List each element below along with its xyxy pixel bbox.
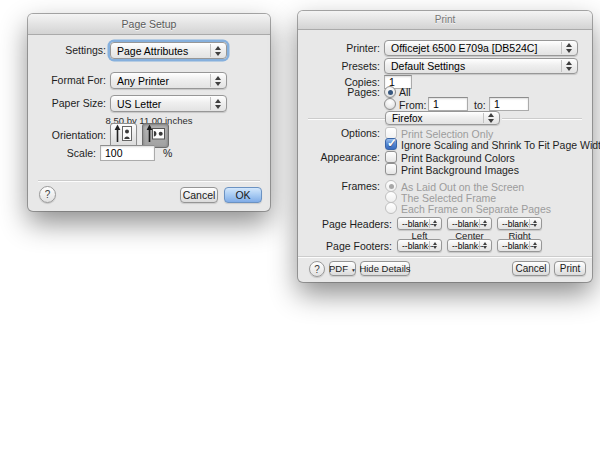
ignore-scaling-label: Ignore Scaling and Shrink To Fit Page Wi… xyxy=(401,139,600,151)
printer-popup-value: Officejet 6500 E709a [DB524C] xyxy=(391,42,537,54)
hide-details-button[interactable]: Hide Details xyxy=(360,261,410,276)
popup-stepper-icon xyxy=(210,44,225,57)
frames-label: Frames: xyxy=(298,180,380,192)
scale-input-value: 100 xyxy=(105,147,123,159)
divider xyxy=(298,256,592,257)
print-background-colors-label: Print Background Colors xyxy=(401,152,515,164)
page-setup-title: Page Setup xyxy=(122,18,177,30)
presets-label: Presets: xyxy=(298,58,380,74)
divider xyxy=(502,118,582,119)
popup-stepper-icon xyxy=(561,60,576,72)
popup-stepper-icon xyxy=(210,97,225,110)
printer-popup[interactable]: Officejet 6500 E709a [DB524C] xyxy=(384,40,578,56)
cancel-button[interactable]: Cancel xyxy=(512,261,550,276)
scale-label: Scale: xyxy=(28,145,96,161)
page-headers-label: Page Headers: xyxy=(298,218,392,231)
print-titlebar[interactable]: Print xyxy=(298,11,592,30)
print-button[interactable]: Print xyxy=(554,261,586,276)
scale-input[interactable]: 100 xyxy=(100,145,155,161)
orientation-label: Orientation: xyxy=(28,127,106,144)
footer-left-popup[interactable]: --blank-- xyxy=(397,239,442,252)
popup-stepper-icon xyxy=(429,241,440,250)
format-for-label: Format For: xyxy=(28,72,106,89)
print-section-popup-value: Firefox xyxy=(392,113,423,124)
help-button-label: ? xyxy=(45,189,51,200)
print-background-images-label: Print Background Images xyxy=(401,164,519,176)
cancel-button[interactable]: Cancel xyxy=(180,187,218,203)
cancel-button-label: Cancel xyxy=(183,189,216,201)
pdf-menu-button-label: PDF xyxy=(329,263,348,274)
paper-size-popup-value: US Letter xyxy=(117,98,161,110)
popup-stepper-icon xyxy=(561,42,576,54)
pages-to-label: to: xyxy=(474,99,486,111)
divider xyxy=(308,118,385,119)
print-section-popup[interactable]: Firefox xyxy=(385,111,500,125)
pages-to-input-value: 1 xyxy=(494,98,500,110)
pages-from-input[interactable]: 1 xyxy=(428,97,468,111)
ignore-scaling-checkbox[interactable] xyxy=(385,138,397,150)
print-title: Print xyxy=(435,14,456,25)
popup-stepper-icon xyxy=(529,241,540,250)
popup-stepper-icon xyxy=(479,241,490,250)
print-background-colors-checkbox[interactable] xyxy=(385,151,397,163)
options-label: Options: xyxy=(298,127,380,139)
presets-popup-value: Default Settings xyxy=(391,60,465,72)
help-button[interactable]: ? xyxy=(309,261,325,277)
format-for-popup-value: Any Printer xyxy=(117,75,169,87)
printer-label: Printer: xyxy=(298,40,380,56)
print-dialog: Print Printer: Officejet 6500 E709a [DB5… xyxy=(298,11,592,282)
page-setup-dialog: Page Setup Settings: Page Attributes For… xyxy=(28,14,270,211)
print-button-label: Print xyxy=(560,263,581,274)
popup-stepper-icon xyxy=(479,219,490,228)
menu-arrow-icon: ▼ xyxy=(351,267,356,273)
pages-all-radio[interactable] xyxy=(384,86,396,98)
page-setup-titlebar[interactable]: Page Setup xyxy=(28,14,270,35)
popup-stepper-icon xyxy=(210,74,225,87)
help-button[interactable]: ? xyxy=(39,186,56,203)
paper-size-popup[interactable]: US Letter xyxy=(110,95,227,112)
ok-button[interactable]: OK xyxy=(224,187,262,203)
page-footers-label: Page Footers: xyxy=(298,240,392,253)
pages-all-label: All xyxy=(399,86,411,98)
header-right-popup[interactable]: --blank-- xyxy=(497,217,542,230)
settings-popup[interactable]: Page Attributes xyxy=(110,42,227,59)
ok-button-label: OK xyxy=(235,189,250,201)
frames-separate-pages-label: Each Frame on Separate Pages xyxy=(401,203,551,215)
pages-from-label: From: xyxy=(399,99,426,111)
hide-details-button-label: Hide Details xyxy=(359,263,410,274)
settings-label: Settings: xyxy=(28,42,106,59)
help-button-label: ? xyxy=(314,264,320,275)
presets-popup[interactable]: Default Settings xyxy=(384,58,578,74)
divider xyxy=(38,180,260,181)
pages-from-input-value: 1 xyxy=(433,98,439,110)
appearance-label: Appearance: xyxy=(298,151,380,163)
header-left-popup[interactable]: --blank-- xyxy=(397,217,442,230)
pages-to-input[interactable]: 1 xyxy=(489,97,529,111)
pages-from-radio[interactable] xyxy=(384,98,396,110)
cancel-button-label: Cancel xyxy=(515,263,546,274)
settings-popup-value: Page Attributes xyxy=(117,45,188,57)
paper-size-label: Paper Size: xyxy=(28,95,106,112)
popup-stepper-icon xyxy=(429,219,440,228)
print-background-images-checkbox[interactable] xyxy=(385,163,397,175)
popup-stepper-icon xyxy=(483,113,498,123)
frames-separate-pages-radio xyxy=(385,202,397,214)
header-center-popup[interactable]: --blank-- xyxy=(447,217,492,230)
scale-unit: % xyxy=(163,147,172,159)
footer-center-popup[interactable]: --blank-- xyxy=(447,239,492,252)
footer-right-popup[interactable]: --blank-- xyxy=(497,239,542,252)
format-for-popup[interactable]: Any Printer xyxy=(110,72,227,89)
pages-label: Pages: xyxy=(298,86,380,98)
pdf-menu-button[interactable]: PDF ▼ xyxy=(329,261,356,276)
popup-stepper-icon xyxy=(529,219,540,228)
